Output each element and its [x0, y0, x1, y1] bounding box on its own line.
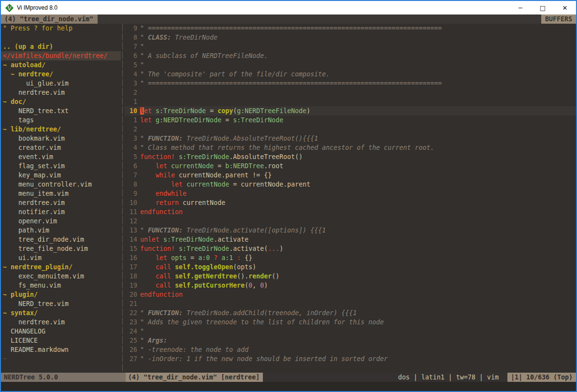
code-token [140, 263, 156, 271]
window-title: Vi IMproved 8.0 [17, 4, 509, 11]
code-line[interactable]: 1let g:NERDTreeDirNode = s:TreeDirNode [125, 116, 576, 125]
code-line[interactable]: 26" -treenode: the node to add [125, 345, 576, 354]
code-line[interactable]: 3" FUNCTION: TreeDirNode.AbsoluteTreeRoo… [125, 134, 576, 143]
code-line[interactable]: 1 [125, 97, 576, 106]
code-line[interactable]: 7" [125, 42, 576, 51]
tree-item[interactable]: exec_menuitem.vim [1, 272, 121, 281]
code-line[interactable]: 20endfunction [125, 290, 576, 299]
code-line[interactable]: 13" FUNCTION: TreeDirNode.activate([opti… [125, 226, 576, 235]
code-line[interactable]: 22" FUNCTION: TreeDirNode.addChild(treen… [125, 308, 576, 318]
code-line[interactable]: 18 call self.getNerdtree().render() [125, 272, 576, 281]
nerdtree-panel: " Press ? for help .. (up a dir)</vimfil… [1, 24, 121, 373]
command-line[interactable] [1, 382, 576, 391]
tree-item[interactable]: menu_controller.vim [1, 180, 121, 189]
tree-item[interactable]: CHANGELOG [1, 327, 121, 336]
code-token: = [187, 254, 198, 261]
code-line[interactable]: 21 [125, 299, 576, 308]
tree-item[interactable]: </vimfiles/bundle/nerdtree/ [1, 51, 121, 60]
tree-item[interactable]: ui_glue.vim [1, 79, 121, 88]
code-token: , [252, 282, 260, 289]
tree-item[interactable]: ui.vim [1, 253, 121, 262]
tree-item[interactable]: README.markdown [1, 345, 121, 354]
tree-item[interactable]: nerdtree.vim [1, 318, 121, 327]
code-line[interactable]: 16 let opts = a:0 ? a:1 : {} [125, 253, 576, 262]
tree-item[interactable]: path.vim [1, 226, 121, 235]
tree-item[interactable]: ~ nerdtree_plugin/ [1, 262, 121, 272]
line-number: 10 [125, 198, 137, 207]
tab-current-buffer[interactable]: (4) "tree_dir_node.vim" [1, 15, 98, 24]
code-token: call [156, 263, 171, 271]
code-line[interactable]: 10 return currentNode [125, 198, 576, 207]
line-number: 21 [125, 299, 137, 308]
tree-item[interactable]: event.vim [1, 152, 121, 161]
code-line[interactable]: 15function! s:TreeDirNode.activate(...) [125, 244, 576, 253]
tree-item[interactable] [1, 33, 121, 42]
code-token [183, 181, 187, 188]
code-line[interactable]: 8" CLASS: TreeDirNode [125, 33, 576, 42]
code-token: " [140, 34, 148, 41]
tree-item[interactable]: menu_item.vim [1, 189, 121, 198]
code-line[interactable]: 6" A subclass of NERDTreeFileNode. [125, 51, 576, 60]
tree-item[interactable]: tags [1, 116, 121, 125]
code-line[interactable]: 6 let currentNode = b:NERDTree.root [125, 161, 576, 171]
code-line[interactable]: 4" The 'composite' part of the file/dir … [125, 70, 576, 79]
code-line[interactable]: 2 [125, 125, 576, 134]
code-line[interactable]: 23" Adds the given treenode to the list … [125, 318, 576, 327]
code-line[interactable]: 9" =====================================… [125, 24, 576, 33]
tree-item[interactable]: tree_file_node.vim [1, 244, 121, 253]
code-line[interactable]: 5" [125, 60, 576, 70]
code-line[interactable]: 11endfunction [125, 207, 576, 217]
code-line[interactable]: 25" Args: [125, 336, 576, 345]
code-line[interactable]: 3" =====================================… [125, 79, 576, 88]
code-line[interactable]: 24" [125, 327, 576, 336]
tree-item[interactable]: ~ autoload/ [1, 60, 121, 70]
code-token: function! [140, 245, 175, 252]
tree-item[interactable]: opener.vim [1, 217, 121, 226]
minimize-button[interactable]: ─ [509, 1, 532, 15]
tree-item[interactable]: tree_dir_node.vim [1, 235, 121, 244]
code-line[interactable]: 14unlet s:TreeDirNode.activate [125, 235, 576, 244]
code-token: " A subclass of NERDTreeFileNode. [140, 52, 268, 59]
code-line[interactable]: 2 [125, 88, 576, 97]
tree-item[interactable]: bookmark.vim [1, 134, 121, 143]
tree-item[interactable]: key_map.vim [1, 171, 121, 180]
code-token [175, 153, 179, 160]
code-line[interactable]: 9 endwhile [125, 189, 576, 198]
maximize-button[interactable]: □ [532, 1, 554, 15]
tree-item[interactable]: fs_menu.vim [1, 281, 121, 290]
tree-item[interactable]: NERD_tree.vim [1, 299, 121, 308]
code-line[interactable]: 5function! s:TreeDirNode.AbsoluteTreeRoo… [125, 152, 576, 161]
tree-item[interactable]: ~ doc/ [1, 97, 121, 106]
tree-item[interactable]: .. (up a dir) [1, 42, 121, 51]
tree-item[interactable]: ~ lib/nerdtree/ [1, 125, 121, 134]
code-line[interactable]: 8 let currentNode = currentNode.parent [125, 180, 576, 189]
close-button[interactable]: ✕ [554, 1, 576, 15]
tree-item[interactable]: creator.vim [1, 143, 121, 152]
statusline-position-indicator: |1| 10/636 (Top) [507, 373, 576, 382]
editor-statusline: (4) "tree_dir_node.vim" [nerdtree] dos |… [126, 373, 576, 382]
code-line[interactable]: 7 while currentNode.parent != {} [125, 171, 576, 180]
tree-item[interactable]: LICENCE [1, 336, 121, 345]
window-separator[interactable] [121, 24, 125, 373]
tree-item[interactable]: NERD_tree.txt [1, 106, 121, 116]
code-token: " [140, 328, 148, 335]
code-line[interactable]: 27" -inOrder: 1 if the new node should b… [125, 354, 576, 363]
tree-item[interactable]: ~ nerdtree/ [1, 70, 121, 79]
tree-item[interactable]: ~ plugin/ [1, 290, 121, 299]
line-number: 7 [125, 171, 137, 180]
code-line-cursor[interactable]: 10let s:TreeDirNode = copy(g:NERDTreeFil… [125, 106, 576, 116]
tree-item[interactable]: nerdtree.vim [1, 198, 121, 207]
tree-item[interactable]: ~ [1, 354, 121, 363]
code-token: ) [279, 245, 283, 252]
tree-item[interactable]: flag_set.vim [1, 161, 121, 171]
code-line[interactable]: 12 [125, 217, 576, 226]
code-token [210, 254, 214, 261]
tree-item[interactable]: ~ syntax/ [1, 308, 121, 318]
code-line[interactable]: 17 call self.toggleOpen(opts) [125, 262, 576, 272]
tree-item[interactable]: notifier.vim [1, 207, 121, 217]
tree-item[interactable]: " Press ? for help [1, 24, 121, 33]
code-token: currentNode [187, 181, 229, 188]
code-line[interactable]: 4" Class method that returns the highest… [125, 143, 576, 152]
code-line[interactable]: 19 call self.putCursorHere(0, 0) [125, 281, 576, 290]
tree-item[interactable]: nerdtree.vim [1, 88, 121, 97]
